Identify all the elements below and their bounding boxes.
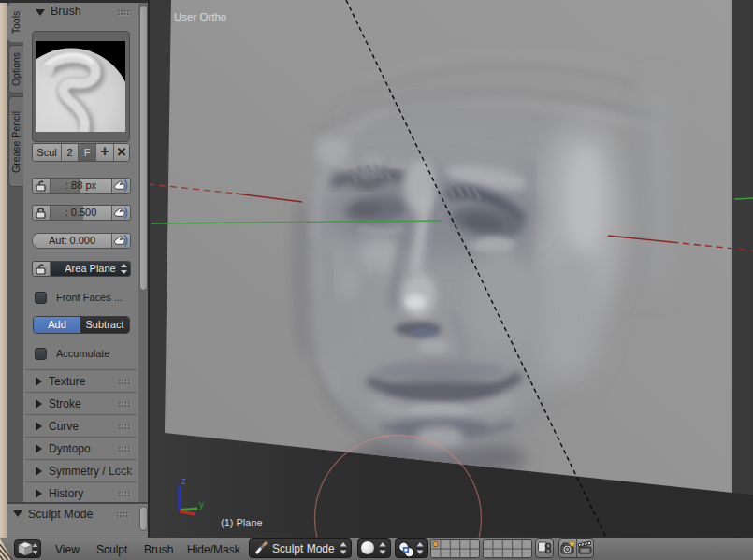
svg-text:(1) Plane: (1) Plane <box>221 517 263 528</box>
svg-text:User Ortho: User Ortho <box>174 11 226 22</box>
svg-text:z: z <box>181 476 186 486</box>
svg-text:y: y <box>199 499 204 510</box>
